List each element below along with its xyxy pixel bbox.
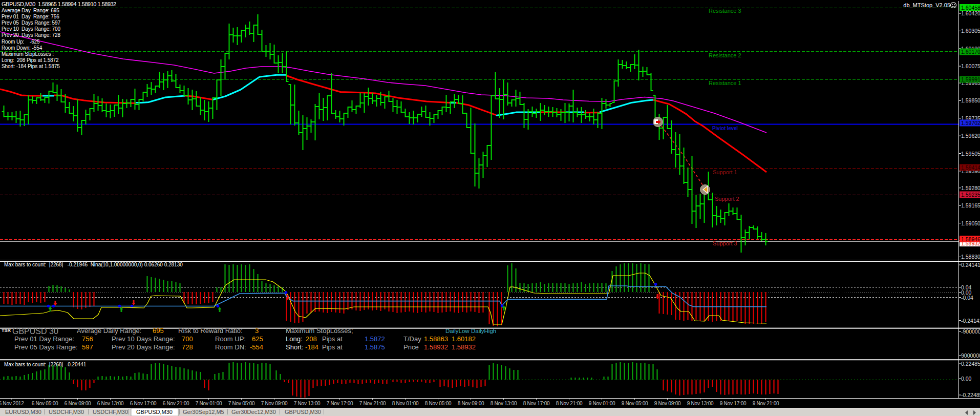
svg-text:0.00: 0.00 [961, 376, 972, 382]
svg-text:8 Nov 09:00: 8 Nov 09:00 [458, 401, 484, 406]
svg-text:1.5875: 1.5875 [365, 343, 385, 351]
svg-text:1.59414: 1.59414 [961, 164, 980, 171]
svg-text:9000000: 9000000 [961, 352, 980, 359]
svg-text:USDCHF,M30: USDCHF,M30 [49, 409, 84, 415]
svg-text:1.59280: 1.59280 [961, 185, 980, 191]
svg-text:8 Nov 01:00: 8 Nov 01:00 [392, 401, 419, 406]
svg-text:9 Nov 09:00: 9 Nov 09:00 [654, 401, 681, 406]
svg-text:0.22485: 0.22485 [961, 361, 980, 367]
svg-text:6 Nov 21:00: 6 Nov 21:00 [163, 401, 189, 406]
svg-text:-0.22485: -0.22485 [961, 392, 980, 398]
svg-text:756: 756 [82, 335, 93, 343]
svg-text:T/Day: T/Day [403, 335, 421, 343]
svg-text:1.59991: 1.59991 [961, 76, 980, 82]
svg-text:TSR: TSR [2, 328, 11, 333]
svg-text:Pips at: Pips at [322, 335, 343, 343]
svg-text:1.59050: 1.59050 [961, 220, 980, 226]
svg-text:7 Nov 17:00: 7 Nov 17:00 [327, 401, 353, 406]
svg-text:7 Nov 01:00: 7 Nov 01:00 [196, 401, 222, 406]
svg-text:Ger30Sep12,M5: Ger30Sep12,M5 [183, 409, 224, 415]
svg-text:-0.04: -0.04 [961, 295, 973, 301]
svg-text:1.59235: 1.59235 [961, 192, 980, 198]
svg-text:Pips at: Pips at [322, 343, 343, 351]
svg-text:6 Nov 13:00: 6 Nov 13:00 [97, 401, 124, 406]
svg-text:Prev 10 Days Range:: Prev 10 Days Range: [112, 335, 175, 343]
svg-text:8 Nov 21:00: 8 Nov 21:00 [556, 401, 583, 406]
svg-text:Long: 208 Pips at 1.5872: Long: 208 Pips at 1.5872 [2, 57, 59, 63]
svg-text:Price: Price [403, 343, 419, 351]
svg-text:Resistance 3: Resistance 3 [709, 8, 741, 14]
svg-text:Support 3: Support 3 [713, 240, 737, 246]
svg-text:1.60305: 1.60305 [961, 28, 980, 34]
svg-text:Room Up: -625: Room Up: -625 [2, 39, 40, 45]
svg-text:1.59702: 1.59702 [961, 120, 980, 126]
svg-text:1.58863: 1.58863 [424, 335, 448, 343]
svg-text:3: 3 [255, 327, 259, 335]
svg-text:1.60458: 1.60458 [961, 5, 980, 11]
svg-text:Long:: Long: [286, 335, 303, 343]
svg-text:Prev 05 Days Range:: Prev 05 Days Range: [14, 343, 78, 351]
svg-text:1.60075: 1.60075 [961, 63, 980, 69]
svg-text:1.58932: 1.58932 [452, 343, 476, 351]
svg-text:Max bars to count: |2268| -0: Max bars to count: |2268| -0.20441 [4, 362, 87, 367]
svg-text:1.59165: 1.59165 [961, 202, 980, 209]
svg-text:1.58946: 1.58946 [961, 236, 980, 242]
svg-text:USDCHF,M30: USDCHF,M30 [93, 409, 128, 415]
svg-text:Short: -184 Pips at 1.5875: Short: -184 Pips at 1.5875 [2, 64, 60, 69]
svg-text:Prev 20 Days Range: 728: Prev 20 Days Range: 728 [2, 32, 60, 38]
svg-text:9 Nov 13:00: 9 Nov 13:00 [687, 401, 714, 406]
svg-text:Resistance 1: Resistance 1 [709, 80, 741, 86]
svg-text:Room UP:: Room UP: [215, 335, 246, 343]
svg-text:Support 1: Support 1 [713, 169, 737, 175]
svg-text:7 Nov 09:00: 7 Nov 09:00 [261, 401, 288, 406]
svg-text:7 Nov 21:00: 7 Nov 21:00 [359, 401, 386, 406]
svg-text:Average Daily Range:: Average Daily Range: [77, 327, 141, 335]
svg-text:-0.24141: -0.24141 [961, 318, 980, 324]
svg-text:9 Nov 05:00: 9 Nov 05:00 [622, 401, 648, 406]
svg-text:Prev 01 Day Range: 756: Prev 01 Day Range: 756 [2, 14, 59, 19]
svg-text:1.58932: 1.58932 [424, 343, 448, 351]
svg-text:Resistance 2: Resistance 2 [709, 52, 741, 58]
svg-text:-184: -184 [305, 343, 318, 351]
svg-text:8 Nov 05:00: 8 Nov 05:00 [425, 401, 452, 406]
svg-text:7 Nov 05:00: 7 Nov 05:00 [228, 401, 255, 406]
svg-text:1.5872: 1.5872 [365, 335, 385, 343]
svg-text:Max bars to count: |2268| -: Max bars to count: |2268| -0.21946 Nina(… [4, 262, 183, 267]
svg-text:GBPUSD 30: GBPUSD 30 [12, 327, 58, 336]
svg-text:GBPUSD,M30: GBPUSD,M30 [285, 409, 321, 415]
svg-text:db_MTStop_V2.05: db_MTStop_V2.05 [903, 2, 950, 8]
svg-text:6 Nov 09:00: 6 Nov 09:00 [65, 401, 91, 406]
svg-text:597: 597 [82, 343, 93, 351]
svg-text:-9000000: -9000000 [961, 328, 980, 335]
svg-text:728: 728 [182, 343, 193, 351]
svg-text:Maximum StopLosses :: Maximum StopLosses : [2, 51, 54, 57]
svg-text:1.60170: 1.60170 [961, 49, 980, 55]
svg-text:Short:: Short: [286, 343, 304, 351]
svg-text:8 Nov 13:00: 8 Nov 13:00 [491, 401, 517, 406]
svg-text:Ger30Dec12,M30: Ger30Dec12,M30 [231, 409, 276, 415]
svg-text:700: 700 [182, 335, 193, 343]
svg-text:EURUSD,M30: EURUSD,M30 [5, 409, 41, 415]
svg-text:208: 208 [306, 335, 317, 343]
svg-text:DailyHigh: DailyHigh [471, 328, 496, 334]
svg-text:DailyLow: DailyLow [445, 328, 470, 334]
svg-text:1.60182: 1.60182 [452, 335, 476, 343]
svg-text:Room Down: -554: Room Down: -554 [2, 45, 42, 51]
svg-text:Prev 10 Days Range: 700: Prev 10 Days Range: 700 [2, 26, 60, 32]
svg-text:625: 625 [252, 335, 263, 343]
svg-text:Support 2: Support 2 [715, 196, 739, 202]
svg-text:1.59850: 1.59850 [961, 97, 980, 103]
svg-text:0.24141: 0.24141 [961, 262, 980, 268]
svg-text:1.59505: 1.59505 [961, 151, 980, 157]
svg-text:GBPUSD,M30 1.58965 1.58994 1.: GBPUSD,M30 1.58965 1.58994 1.58910 1.589… [2, 1, 116, 7]
svg-text:-554: -554 [250, 343, 263, 351]
svg-text:9 Nov 01:00: 9 Nov 01:00 [589, 401, 615, 406]
svg-text:7 Nov 13:00: 7 Nov 13:00 [294, 401, 321, 406]
svg-text:Room DN:: Room DN: [215, 343, 246, 351]
svg-text:1.59620: 1.59620 [961, 133, 980, 139]
svg-text:GBPUSD,M30: GBPUSD,M30 [136, 409, 173, 415]
svg-text:9 Nov 17:00: 9 Nov 17:00 [720, 401, 747, 406]
svg-text:695: 695 [153, 327, 164, 335]
svg-text:5 Nov 2012: 5 Nov 2012 [0, 401, 24, 406]
svg-text:Maximum StopLosses;: Maximum StopLosses; [286, 327, 353, 335]
